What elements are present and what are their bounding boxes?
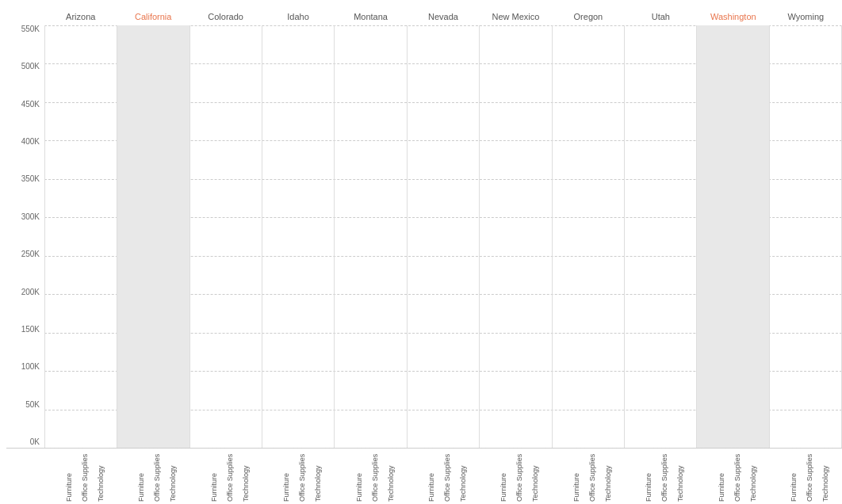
x-label-montana-technology: Technology (379, 449, 395, 504)
state-col-wyoming (770, 25, 842, 448)
x-label-washington-furniture: Furniture (710, 449, 725, 504)
y-tick-450K: 450K (21, 101, 40, 109)
headers-row: ArizonaCaliforniaColoradoIdahoMontanaNev… (44, 8, 842, 25)
state-col-california (117, 25, 189, 448)
x-label-group-wyoming: FurnitureOffice SuppliesTechnology (770, 449, 842, 504)
x-label-nevada-furniture: Furniture (419, 449, 435, 504)
x-label-idaho-technology: Technology (306, 449, 322, 504)
x-label-oregon-office-supplies: Office Supplies (580, 449, 596, 504)
y-axis-label (0, 8, 6, 504)
plot-area: 550K500K450K400K350K300K250K200K150K100K… (6, 25, 842, 449)
x-label-colorado-technology: Technology (234, 449, 250, 504)
state-header-wyoming: Wyoming (770, 8, 842, 25)
x-label-utah-furniture: Furniture (637, 449, 653, 504)
y-tick-0K: 0K (30, 438, 40, 446)
y-tick-400K: 400K (21, 138, 40, 146)
y-tick-100K: 100K (21, 363, 40, 371)
x-label-colorado-office-supplies: Office Supplies (218, 449, 234, 504)
y-tick-250K: 250K (21, 250, 40, 258)
state-col-arizona (44, 25, 117, 448)
state-col-nevada (408, 25, 480, 448)
state-col-colorado (190, 25, 262, 448)
y-tick-550K: 550K (21, 25, 40, 33)
state-header-arizona: Arizona (44, 8, 117, 25)
x-label-group-colorado: FurnitureOffice SuppliesTechnology (189, 449, 262, 504)
x-label-montana-office-supplies: Office Supplies (363, 449, 379, 504)
x-state-labels: FurnitureOffice SuppliesTechnologyFurnit… (44, 449, 842, 504)
x-label-new-mexico-technology: Technology (523, 449, 539, 504)
y-tick-50K: 50K (25, 401, 40, 409)
x-label-group-nevada: FurnitureOffice SuppliesTechnology (407, 449, 479, 504)
x-label-group-oregon: FurnitureOffice SuppliesTechnology (552, 449, 624, 504)
x-label-wyoming-technology: Technology (813, 449, 829, 504)
y-axis: 550K500K450K400K350K300K250K200K150K100K… (6, 25, 44, 448)
x-label-group-california: FurnitureOffice SuppliesTechnology (117, 449, 189, 504)
state-col-washington (697, 25, 769, 448)
x-label-idaho-furniture: Furniture (274, 449, 290, 504)
chart-inner: ArizonaCaliforniaColoradoIdahoMontanaNev… (6, 8, 842, 504)
x-label-washington-technology: Technology (741, 449, 757, 504)
x-label-group-utah: FurnitureOffice SuppliesTechnology (625, 449, 697, 504)
state-header-new-mexico: New Mexico (480, 8, 552, 25)
x-label-montana-furniture: Furniture (347, 449, 363, 504)
state-col-oregon (553, 25, 625, 448)
x-label-utah-office-supplies: Office Supplies (653, 449, 668, 504)
x-label-arizona-furniture: Furniture (57, 449, 73, 504)
x-label-group-idaho: FurnitureOffice SuppliesTechnology (262, 449, 334, 504)
state-header-utah: Utah (625, 8, 697, 25)
x-label-group-montana: FurnitureOffice SuppliesTechnology (335, 449, 407, 504)
x-label-nevada-office-supplies: Office Supplies (435, 449, 451, 504)
x-label-california-furniture: Furniture (129, 449, 145, 504)
x-label-new-mexico-office-supplies: Office Supplies (507, 449, 523, 504)
y-tick-350K: 350K (21, 175, 40, 183)
x-label-group-arizona: FurnitureOffice SuppliesTechnology (44, 449, 117, 504)
chart-container: ArizonaCaliforniaColoradoIdahoMontanaNev… (0, 0, 842, 504)
x-label-california-technology: Technology (161, 449, 177, 504)
state-columns (44, 25, 842, 448)
x-label-wyoming-office-supplies: Office Supplies (798, 449, 813, 504)
x-label-idaho-office-supplies: Office Supplies (290, 449, 306, 504)
x-label-washington-office-supplies: Office Supplies (725, 449, 741, 504)
x-label-group-new-mexico: FurnitureOffice SuppliesTechnology (480, 449, 552, 504)
x-label-arizona-office-supplies: Office Supplies (73, 449, 89, 504)
state-col-idaho (262, 25, 335, 448)
x-label-oregon-technology: Technology (596, 449, 612, 504)
state-header-washington: Washington (697, 8, 769, 25)
x-label-colorado-furniture: Furniture (202, 449, 218, 504)
state-col-montana (335, 25, 407, 448)
state-header-colorado: Colorado (189, 8, 262, 25)
y-tick-300K: 300K (21, 213, 40, 221)
state-col-utah (625, 25, 697, 448)
x-label-oregon-furniture: Furniture (565, 449, 580, 504)
y-tick-150K: 150K (21, 326, 40, 334)
x-label-nevada-technology: Technology (451, 449, 467, 504)
x-label-arizona-technology: Technology (89, 449, 105, 504)
state-header-idaho: Idaho (262, 8, 334, 25)
state-header-california: California (117, 8, 189, 25)
state-header-oregon: Oregon (552, 8, 624, 25)
x-label-utah-technology: Technology (668, 449, 684, 504)
state-header-montana: Montana (335, 8, 407, 25)
x-label-wyoming-furniture: Furniture (782, 449, 798, 504)
x-label-group-washington: FurnitureOffice SuppliesTechnology (697, 449, 769, 504)
y-tick-200K: 200K (21, 288, 40, 296)
state-col-new-mexico (480, 25, 552, 448)
x-axis-labels: FurnitureOffice SuppliesTechnologyFurnit… (44, 449, 842, 504)
state-header-nevada: Nevada (407, 8, 479, 25)
x-label-california-office-supplies: Office Supplies (145, 449, 161, 504)
grid-and-bars (44, 25, 842, 448)
y-tick-500K: 500K (21, 63, 40, 71)
x-label-new-mexico-furniture: Furniture (492, 449, 507, 504)
